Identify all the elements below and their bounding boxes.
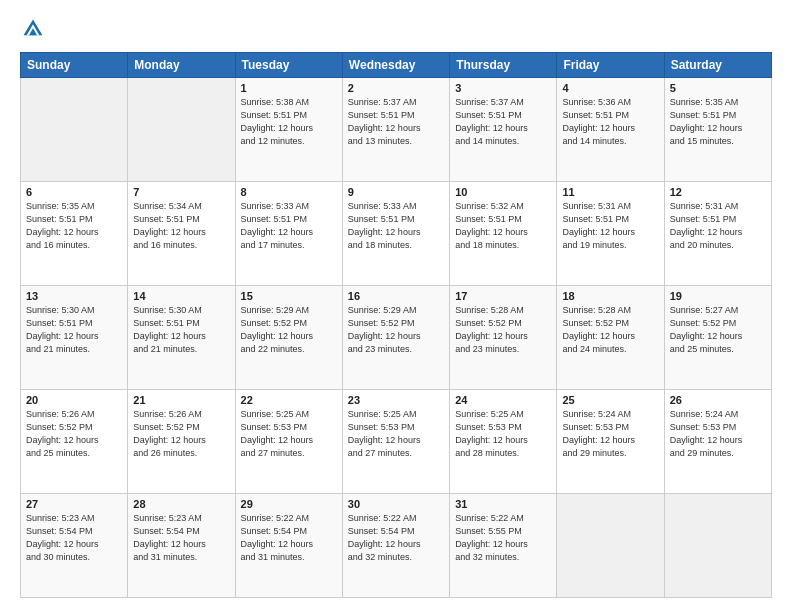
day-number: 26	[670, 394, 766, 406]
day-info: Sunrise: 5:24 AM Sunset: 5:53 PM Dayligh…	[670, 408, 766, 460]
day-info: Sunrise: 5:23 AM Sunset: 5:54 PM Dayligh…	[133, 512, 229, 564]
logo-icon	[22, 18, 44, 40]
day-number: 12	[670, 186, 766, 198]
day-info: Sunrise: 5:29 AM Sunset: 5:52 PM Dayligh…	[241, 304, 337, 356]
day-info: Sunrise: 5:24 AM Sunset: 5:53 PM Dayligh…	[562, 408, 658, 460]
day-number: 31	[455, 498, 551, 510]
day-number: 22	[241, 394, 337, 406]
day-number: 14	[133, 290, 229, 302]
calendar-day-20: 20Sunrise: 5:26 AM Sunset: 5:52 PM Dayli…	[21, 390, 128, 494]
weekday-header-sunday: Sunday	[21, 53, 128, 78]
day-number: 15	[241, 290, 337, 302]
day-info: Sunrise: 5:30 AM Sunset: 5:51 PM Dayligh…	[133, 304, 229, 356]
calendar-day-2: 2Sunrise: 5:37 AM Sunset: 5:51 PM Daylig…	[342, 78, 449, 182]
logo	[20, 18, 44, 44]
day-number: 21	[133, 394, 229, 406]
day-info: Sunrise: 5:31 AM Sunset: 5:51 PM Dayligh…	[562, 200, 658, 252]
calendar-table: SundayMondayTuesdayWednesdayThursdayFrid…	[20, 52, 772, 598]
calendar-day-10: 10Sunrise: 5:32 AM Sunset: 5:51 PM Dayli…	[450, 182, 557, 286]
calendar-day-1: 1Sunrise: 5:38 AM Sunset: 5:51 PM Daylig…	[235, 78, 342, 182]
day-info: Sunrise: 5:26 AM Sunset: 5:52 PM Dayligh…	[133, 408, 229, 460]
calendar-week-row: 27Sunrise: 5:23 AM Sunset: 5:54 PM Dayli…	[21, 494, 772, 598]
calendar-day-3: 3Sunrise: 5:37 AM Sunset: 5:51 PM Daylig…	[450, 78, 557, 182]
calendar-day-21: 21Sunrise: 5:26 AM Sunset: 5:52 PM Dayli…	[128, 390, 235, 494]
calendar-day-27: 27Sunrise: 5:23 AM Sunset: 5:54 PM Dayli…	[21, 494, 128, 598]
day-number: 19	[670, 290, 766, 302]
calendar-day-30: 30Sunrise: 5:22 AM Sunset: 5:54 PM Dayli…	[342, 494, 449, 598]
day-info: Sunrise: 5:28 AM Sunset: 5:52 PM Dayligh…	[562, 304, 658, 356]
day-info: Sunrise: 5:32 AM Sunset: 5:51 PM Dayligh…	[455, 200, 551, 252]
day-info: Sunrise: 5:35 AM Sunset: 5:51 PM Dayligh…	[670, 96, 766, 148]
day-number: 6	[26, 186, 122, 198]
weekday-header-monday: Monday	[128, 53, 235, 78]
day-number: 25	[562, 394, 658, 406]
day-info: Sunrise: 5:26 AM Sunset: 5:52 PM Dayligh…	[26, 408, 122, 460]
calendar-week-row: 1Sunrise: 5:38 AM Sunset: 5:51 PM Daylig…	[21, 78, 772, 182]
page: SundayMondayTuesdayWednesdayThursdayFrid…	[0, 0, 792, 612]
calendar-day-25: 25Sunrise: 5:24 AM Sunset: 5:53 PM Dayli…	[557, 390, 664, 494]
day-number: 23	[348, 394, 444, 406]
calendar-day-23: 23Sunrise: 5:25 AM Sunset: 5:53 PM Dayli…	[342, 390, 449, 494]
day-info: Sunrise: 5:28 AM Sunset: 5:52 PM Dayligh…	[455, 304, 551, 356]
day-number: 18	[562, 290, 658, 302]
calendar-day-11: 11Sunrise: 5:31 AM Sunset: 5:51 PM Dayli…	[557, 182, 664, 286]
calendar-week-row: 6Sunrise: 5:35 AM Sunset: 5:51 PM Daylig…	[21, 182, 772, 286]
day-number: 27	[26, 498, 122, 510]
calendar-day-8: 8Sunrise: 5:33 AM Sunset: 5:51 PM Daylig…	[235, 182, 342, 286]
calendar-empty-cell	[557, 494, 664, 598]
day-number: 16	[348, 290, 444, 302]
day-info: Sunrise: 5:37 AM Sunset: 5:51 PM Dayligh…	[455, 96, 551, 148]
calendar-day-22: 22Sunrise: 5:25 AM Sunset: 5:53 PM Dayli…	[235, 390, 342, 494]
day-number: 24	[455, 394, 551, 406]
calendar-day-28: 28Sunrise: 5:23 AM Sunset: 5:54 PM Dayli…	[128, 494, 235, 598]
calendar-day-5: 5Sunrise: 5:35 AM Sunset: 5:51 PM Daylig…	[664, 78, 771, 182]
day-info: Sunrise: 5:37 AM Sunset: 5:51 PM Dayligh…	[348, 96, 444, 148]
day-number: 30	[348, 498, 444, 510]
day-number: 2	[348, 82, 444, 94]
weekday-header-thursday: Thursday	[450, 53, 557, 78]
calendar-day-4: 4Sunrise: 5:36 AM Sunset: 5:51 PM Daylig…	[557, 78, 664, 182]
day-info: Sunrise: 5:38 AM Sunset: 5:51 PM Dayligh…	[241, 96, 337, 148]
day-info: Sunrise: 5:34 AM Sunset: 5:51 PM Dayligh…	[133, 200, 229, 252]
day-number: 4	[562, 82, 658, 94]
day-number: 17	[455, 290, 551, 302]
day-number: 28	[133, 498, 229, 510]
calendar-day-16: 16Sunrise: 5:29 AM Sunset: 5:52 PM Dayli…	[342, 286, 449, 390]
calendar-day-18: 18Sunrise: 5:28 AM Sunset: 5:52 PM Dayli…	[557, 286, 664, 390]
calendar-day-6: 6Sunrise: 5:35 AM Sunset: 5:51 PM Daylig…	[21, 182, 128, 286]
calendar-day-24: 24Sunrise: 5:25 AM Sunset: 5:53 PM Dayli…	[450, 390, 557, 494]
day-info: Sunrise: 5:29 AM Sunset: 5:52 PM Dayligh…	[348, 304, 444, 356]
day-info: Sunrise: 5:36 AM Sunset: 5:51 PM Dayligh…	[562, 96, 658, 148]
day-number: 10	[455, 186, 551, 198]
calendar-day-17: 17Sunrise: 5:28 AM Sunset: 5:52 PM Dayli…	[450, 286, 557, 390]
day-number: 9	[348, 186, 444, 198]
day-number: 29	[241, 498, 337, 510]
calendar-day-7: 7Sunrise: 5:34 AM Sunset: 5:51 PM Daylig…	[128, 182, 235, 286]
day-number: 3	[455, 82, 551, 94]
calendar-day-14: 14Sunrise: 5:30 AM Sunset: 5:51 PM Dayli…	[128, 286, 235, 390]
calendar-day-26: 26Sunrise: 5:24 AM Sunset: 5:53 PM Dayli…	[664, 390, 771, 494]
day-number: 8	[241, 186, 337, 198]
day-info: Sunrise: 5:35 AM Sunset: 5:51 PM Dayligh…	[26, 200, 122, 252]
calendar-empty-cell	[128, 78, 235, 182]
day-info: Sunrise: 5:25 AM Sunset: 5:53 PM Dayligh…	[241, 408, 337, 460]
day-number: 20	[26, 394, 122, 406]
calendar-empty-cell	[664, 494, 771, 598]
calendar-empty-cell	[21, 78, 128, 182]
calendar-week-row: 13Sunrise: 5:30 AM Sunset: 5:51 PM Dayli…	[21, 286, 772, 390]
header	[20, 18, 772, 44]
day-info: Sunrise: 5:31 AM Sunset: 5:51 PM Dayligh…	[670, 200, 766, 252]
calendar-week-row: 20Sunrise: 5:26 AM Sunset: 5:52 PM Dayli…	[21, 390, 772, 494]
calendar-day-13: 13Sunrise: 5:30 AM Sunset: 5:51 PM Dayli…	[21, 286, 128, 390]
weekday-header-tuesday: Tuesday	[235, 53, 342, 78]
day-info: Sunrise: 5:22 AM Sunset: 5:54 PM Dayligh…	[348, 512, 444, 564]
day-info: Sunrise: 5:22 AM Sunset: 5:54 PM Dayligh…	[241, 512, 337, 564]
day-number: 13	[26, 290, 122, 302]
day-number: 7	[133, 186, 229, 198]
calendar-day-29: 29Sunrise: 5:22 AM Sunset: 5:54 PM Dayli…	[235, 494, 342, 598]
day-info: Sunrise: 5:25 AM Sunset: 5:53 PM Dayligh…	[348, 408, 444, 460]
day-number: 11	[562, 186, 658, 198]
calendar-day-9: 9Sunrise: 5:33 AM Sunset: 5:51 PM Daylig…	[342, 182, 449, 286]
calendar-day-19: 19Sunrise: 5:27 AM Sunset: 5:52 PM Dayli…	[664, 286, 771, 390]
day-info: Sunrise: 5:23 AM Sunset: 5:54 PM Dayligh…	[26, 512, 122, 564]
